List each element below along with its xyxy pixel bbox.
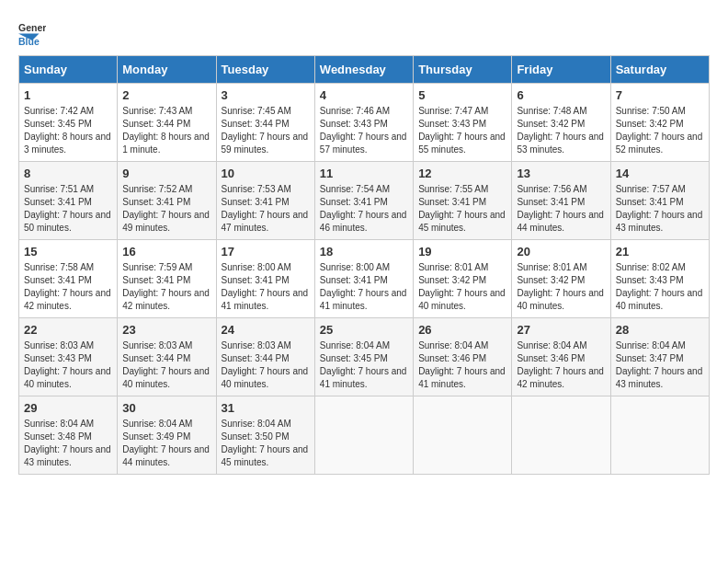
day-number: 20 (517, 245, 605, 259)
day-number: 6 (517, 88, 605, 102)
daylight: Daylight: 7 hours and 50 minutes. (24, 210, 111, 233)
sunset: Sunset: 3:50 PM (222, 431, 290, 442)
daylight: Daylight: 7 hours and 40 minutes. (24, 366, 111, 389)
day-info: Sunrise: 7:55 AM Sunset: 3:41 PM Dayligh… (418, 183, 506, 235)
sunrise: Sunrise: 7:59 AM (122, 262, 192, 272)
day-info: Sunrise: 7:51 AM Sunset: 3:41 PM Dayligh… (24, 183, 112, 235)
calendar-day-cell: 2 Sunrise: 7:43 AM Sunset: 3:44 PM Dayli… (118, 84, 216, 162)
sunset: Sunset: 3:44 PM (122, 353, 190, 363)
calendar-day-cell: 12 Sunrise: 7:55 AM Sunset: 3:41 PM Dayl… (414, 162, 512, 240)
sunset: Sunset: 3:41 PM (122, 197, 190, 207)
daylight: Daylight: 7 hours and 40 minutes. (517, 288, 604, 311)
daylight: Daylight: 7 hours and 45 minutes. (418, 210, 506, 233)
daylight: Daylight: 7 hours and 42 minutes. (517, 366, 604, 389)
day-info: Sunrise: 8:04 AM Sunset: 3:50 PM Dayligh… (222, 418, 310, 469)
day-number: 16 (122, 245, 210, 259)
calendar-day-cell: 5 Sunrise: 7:47 AM Sunset: 3:43 PM Dayli… (414, 84, 512, 162)
day-number: 9 (122, 167, 210, 180)
daylight: Daylight: 7 hours and 41 minutes. (418, 366, 506, 389)
calendar-week-row: 8 Sunrise: 7:51 AM Sunset: 3:41 PM Dayli… (19, 162, 710, 240)
calendar-day-cell: 20 Sunrise: 8:01 AM Sunset: 3:42 PM Dayl… (512, 240, 610, 318)
calendar-day-cell: 7 Sunrise: 7:50 AM Sunset: 3:42 PM Dayli… (610, 84, 709, 162)
sunrise: Sunrise: 7:53 AM (222, 184, 291, 194)
sunset: Sunset: 3:41 PM (24, 275, 92, 285)
daylight: Daylight: 7 hours and 41 minutes. (320, 366, 407, 389)
sunrise: Sunrise: 7:46 AM (320, 106, 390, 116)
day-number: 27 (517, 323, 605, 337)
day-info: Sunrise: 7:45 AM Sunset: 3:44 PM Dayligh… (222, 105, 310, 156)
sunset: Sunset: 3:43 PM (320, 119, 388, 129)
sunset: Sunset: 3:41 PM (517, 197, 585, 207)
calendar-day-cell: 9 Sunrise: 7:52 AM Sunset: 3:41 PM Dayli… (118, 162, 216, 240)
day-info: Sunrise: 7:47 AM Sunset: 3:43 PM Dayligh… (418, 105, 506, 156)
daylight: Daylight: 7 hours and 40 minutes. (418, 288, 506, 311)
sunrise: Sunrise: 8:04 AM (320, 340, 390, 350)
calendar-day-cell: 27 Sunrise: 8:04 AM Sunset: 3:46 PM Dayl… (512, 318, 610, 396)
day-info: Sunrise: 7:58 AM Sunset: 3:41 PM Dayligh… (24, 261, 112, 313)
calendar-day-cell: 14 Sunrise: 7:57 AM Sunset: 3:41 PM Dayl… (610, 162, 709, 240)
daylight: Daylight: 7 hours and 55 minutes. (418, 132, 506, 155)
sunrise: Sunrise: 7:43 AM (122, 106, 192, 116)
sunset: Sunset: 3:41 PM (320, 197, 388, 207)
calendar-day-cell: 29 Sunrise: 8:04 AM Sunset: 3:48 PM Dayl… (19, 396, 118, 475)
calendar-day-cell: 24 Sunrise: 8:03 AM Sunset: 3:44 PM Dayl… (216, 318, 314, 396)
calendar-week-row: 22 Sunrise: 8:03 AM Sunset: 3:43 PM Dayl… (19, 318, 710, 396)
calendar-day-cell: 17 Sunrise: 8:00 AM Sunset: 3:41 PM Dayl… (216, 240, 314, 318)
sunrise: Sunrise: 8:00 AM (222, 262, 291, 272)
day-info: Sunrise: 8:00 AM Sunset: 3:41 PM Dayligh… (222, 261, 310, 313)
sunset: Sunset: 3:41 PM (122, 275, 190, 285)
daylight: Daylight: 7 hours and 41 minutes. (222, 288, 309, 311)
day-info: Sunrise: 8:04 AM Sunset: 3:47 PM Dayligh… (616, 339, 704, 391)
page-header: General Blue (18, 18, 710, 46)
calendar-week-row: 29 Sunrise: 8:04 AM Sunset: 3:48 PM Dayl… (19, 396, 710, 475)
calendar-day-cell: 23 Sunrise: 8:03 AM Sunset: 3:44 PM Dayl… (118, 318, 216, 396)
sunset: Sunset: 3:44 PM (122, 119, 190, 129)
sunset: Sunset: 3:41 PM (320, 275, 388, 285)
calendar-day-cell: 15 Sunrise: 7:58 AM Sunset: 3:41 PM Dayl… (19, 240, 118, 318)
sunrise: Sunrise: 8:04 AM (616, 340, 686, 350)
sunrise: Sunrise: 8:03 AM (222, 340, 291, 350)
daylight: Daylight: 7 hours and 43 minutes. (616, 210, 703, 233)
sunrise: Sunrise: 8:00 AM (320, 262, 390, 272)
daylight: Daylight: 7 hours and 46 minutes. (320, 210, 407, 233)
svg-text:General: General (18, 22, 46, 33)
daylight: Daylight: 7 hours and 57 minutes. (320, 132, 407, 155)
sunrise: Sunrise: 8:01 AM (517, 262, 586, 272)
sunset: Sunset: 3:41 PM (616, 197, 684, 207)
calendar-day-cell: 11 Sunrise: 7:54 AM Sunset: 3:41 PM Dayl… (314, 162, 413, 240)
day-info: Sunrise: 7:46 AM Sunset: 3:43 PM Dayligh… (320, 105, 408, 156)
sunset: Sunset: 3:41 PM (418, 197, 486, 207)
day-number: 4 (320, 88, 408, 102)
daylight: Daylight: 7 hours and 49 minutes. (122, 210, 210, 233)
sunset: Sunset: 3:46 PM (418, 353, 486, 363)
calendar-day-cell: 4 Sunrise: 7:46 AM Sunset: 3:43 PM Dayli… (314, 84, 413, 162)
sunset: Sunset: 3:44 PM (222, 353, 290, 363)
sunset: Sunset: 3:41 PM (222, 197, 290, 207)
day-number: 26 (418, 323, 506, 337)
day-info: Sunrise: 7:43 AM Sunset: 3:44 PM Dayligh… (122, 105, 210, 156)
day-number: 13 (517, 167, 605, 180)
daylight: Daylight: 7 hours and 40 minutes. (122, 366, 210, 389)
daylight: Daylight: 7 hours and 52 minutes. (616, 132, 703, 155)
calendar-day-cell: 30 Sunrise: 8:04 AM Sunset: 3:49 PM Dayl… (118, 396, 216, 475)
sunrise: Sunrise: 8:01 AM (418, 262, 488, 272)
sunset: Sunset: 3:47 PM (616, 353, 684, 363)
sunset: Sunset: 3:48 PM (24, 431, 92, 442)
day-info: Sunrise: 7:50 AM Sunset: 3:42 PM Dayligh… (616, 105, 704, 156)
day-number: 28 (616, 323, 704, 337)
sunrise: Sunrise: 7:50 AM (616, 106, 686, 116)
day-info: Sunrise: 7:56 AM Sunset: 3:41 PM Dayligh… (517, 183, 605, 235)
day-number: 31 (222, 401, 310, 415)
calendar-day-cell (512, 396, 610, 475)
calendar-day-cell: 13 Sunrise: 7:56 AM Sunset: 3:41 PM Dayl… (512, 162, 610, 240)
day-number: 25 (320, 323, 408, 337)
logo: General Blue (18, 18, 50, 46)
day-number: 12 (418, 167, 506, 180)
sunset: Sunset: 3:43 PM (24, 353, 92, 363)
calendar-day-cell: 6 Sunrise: 7:48 AM Sunset: 3:42 PM Dayli… (512, 84, 610, 162)
daylight: Daylight: 7 hours and 45 minutes. (222, 444, 309, 467)
day-number: 10 (222, 167, 310, 180)
calendar-day-cell: 26 Sunrise: 8:04 AM Sunset: 3:46 PM Dayl… (414, 318, 512, 396)
day-info: Sunrise: 8:03 AM Sunset: 3:44 PM Dayligh… (222, 339, 310, 391)
day-info: Sunrise: 8:03 AM Sunset: 3:43 PM Dayligh… (24, 339, 112, 391)
